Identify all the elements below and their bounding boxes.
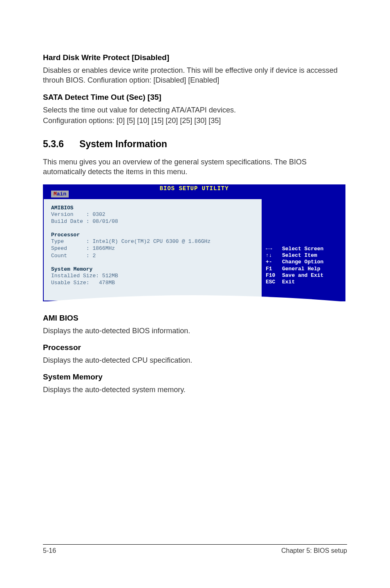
heading-hdwp: Hard Disk Write Protect [Disabled] — [43, 53, 347, 62]
body-amibios: Displays the auto-detected BIOS informat… — [43, 326, 347, 336]
bios-help-row: ESCExit — [266, 279, 341, 285]
bios-usable-value: 478MB — [99, 280, 115, 286]
bios-version-row: Version : 0302 — [51, 211, 254, 218]
bios-speed-value: 1866MHz — [92, 245, 115, 251]
bios-help-row: ↑↓Select Item — [266, 252, 341, 259]
bios-help-action: Select Item — [282, 252, 317, 259]
bios-count-value: 2 — [92, 253, 96, 259]
bios-help-action: Change Option — [282, 259, 323, 265]
bios-version-value: 0302 — [92, 211, 105, 218]
sysinfo-title: System Information — [79, 139, 167, 150]
bios-help-action: General Help — [282, 266, 321, 272]
bios-tab-main: Main — [51, 191, 69, 197]
bios-help-key: F10 — [266, 272, 279, 279]
bios-amibios-title: AMIBIOS — [51, 205, 254, 211]
body-sata2: Configuration options: [0] [5] [10] [15]… — [43, 116, 347, 126]
bios-help-action: Save and Exit — [282, 272, 323, 279]
bios-type-value: Intel(R) Core(TM)2 CPU 6300 @ 1.86GHz — [92, 238, 211, 245]
bios-usable-label: Usable Size: — [51, 280, 96, 286]
heading-sata: SATA Detect Time Out (Sec) [35] — [43, 93, 347, 102]
bios-help-key: ESC — [266, 279, 279, 285]
bios-help-key: ←→ — [266, 246, 279, 252]
bios-help-action: Exit — [282, 279, 295, 285]
bios-help-row: F1General Help — [266, 266, 341, 272]
bios-help-key: F1 — [266, 266, 279, 272]
bios-screenshot: BIOS SETUP UTILITY Main AMIBIOS Version … — [43, 184, 345, 301]
body-hdwp: Disables or enables device write protect… — [43, 65, 347, 85]
bios-type-label: Type : — [51, 238, 90, 245]
footer-page-num: 5-16 — [43, 547, 56, 554]
bios-installed-label: Installed Size: — [51, 273, 99, 279]
bios-count-label: Count : — [51, 253, 90, 259]
body-sysmem: Displays the auto-detected system memory… — [43, 385, 347, 395]
bios-builddate-value: 08/01/08 — [92, 218, 118, 224]
bios-version-label: Version : — [51, 211, 90, 218]
bios-help-action: Select Screen — [282, 246, 323, 252]
bios-help-key: +- — [266, 259, 279, 265]
bios-builddate-label: Build Date : — [51, 218, 90, 224]
footer-chapter: Chapter 5: BIOS setup — [281, 547, 347, 554]
heading-processor: Processor — [43, 343, 347, 352]
bios-titlebar: BIOS SETUP UTILITY — [43, 184, 345, 192]
heading-sysinfo: 5.3.6 System Information — [43, 139, 347, 150]
bios-builddate-row: Build Date : 08/01/08 — [51, 218, 254, 225]
body-sysinfo: This menu gives you an overview of the g… — [43, 157, 347, 177]
heading-amibios: AMI BIOS — [43, 314, 347, 323]
bios-usable-row: Usable Size: 478MB — [51, 279, 254, 287]
body-processor: Displays the auto-detected CPU specifica… — [43, 355, 347, 365]
bios-speed-row: Speed : 1866MHz — [51, 245, 254, 252]
bios-processor-title: Processor — [51, 232, 254, 238]
body-sata: Selects the time out value for detecting… — [43, 105, 347, 115]
bios-left-panel: AMIBIOS Version : 0302 Build Date : 08/0… — [43, 199, 262, 301]
bios-help-row: ←→Select Screen — [266, 246, 341, 252]
sysinfo-num: 5.3.6 — [43, 139, 64, 150]
bios-right-panel: ←→Select Screen ↑↓Select Item +-Change O… — [262, 199, 345, 301]
bios-type-row: Type : Intel(R) Core(TM)2 CPU 6300 @ 1.8… — [51, 238, 254, 245]
bios-help-row: +-Change Option — [266, 259, 341, 265]
bios-installed-row: Installed Size: 512MB — [51, 272, 254, 280]
bios-count-row: Count : 2 — [51, 252, 254, 260]
bios-help-key: ↑↓ — [266, 252, 279, 259]
page-footer: 5-16 Chapter 5: BIOS setup — [43, 544, 347, 554]
bios-help-row: F10Save and Exit — [266, 272, 341, 279]
bios-speed-label: Speed : — [51, 245, 90, 251]
heading-sysmem: System Memory — [43, 373, 347, 382]
bios-memory-title: System Memory — [51, 266, 254, 272]
bios-installed-value: 512MB — [102, 273, 118, 279]
